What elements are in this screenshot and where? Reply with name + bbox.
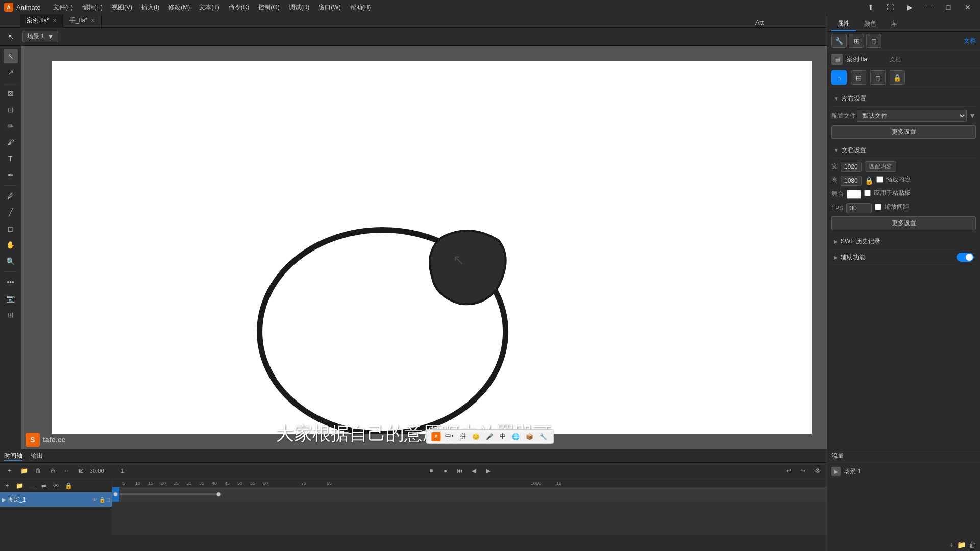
prop-icon-lock[interactable]: 🔒	[890, 70, 905, 85]
doc-more-btn[interactable]: 更多设置	[831, 216, 976, 230]
close-button[interactable]: ✕	[960, 3, 976, 12]
ime-chinese-btn[interactable]: 中•	[444, 432, 455, 441]
fullscreen-button[interactable]: ⛶	[882, 3, 898, 12]
tl-shape-tween[interactable]: ⊠	[76, 465, 87, 477]
layer-outline-icon[interactable]: □	[107, 497, 110, 503]
prop-icon-info[interactable]: ⊡	[866, 34, 881, 48]
publish-section-header[interactable]: ▼ 发布设置	[831, 91, 976, 107]
free-transform-tool[interactable]: ⊠	[4, 86, 18, 101]
menu-view[interactable]: 视图(V)	[108, 2, 136, 13]
camera-tool[interactable]: 📷	[4, 291, 18, 306]
menu-help[interactable]: 帮助(H)	[346, 2, 375, 13]
tl-record[interactable]: ●	[440, 465, 451, 477]
play-button[interactable]: ▶	[901, 3, 918, 12]
tl-delete-layer[interactable]: 🗑	[33, 465, 44, 477]
tl-stop[interactable]: ■	[426, 465, 437, 477]
prop-icon-align[interactable]: ⊞	[849, 34, 864, 48]
doc-width-value[interactable]: 1920	[841, 162, 862, 172]
tl-layer-props[interactable]: ⚙	[47, 465, 58, 477]
hand-tool[interactable]: ✋	[4, 238, 18, 252]
more-tools[interactable]: •••	[4, 275, 18, 289]
scene-selector[interactable]: 场景 1 ▼	[22, 31, 58, 42]
menu-file[interactable]: 文件(F)	[49, 2, 77, 13]
eraser-tool[interactable]: ◻	[4, 221, 18, 236]
frame-track[interactable]	[112, 487, 827, 502]
asset-tool[interactable]: ⊞	[4, 308, 18, 322]
prop-icon-transform[interactable]: ⊞	[851, 70, 866, 85]
line-tool[interactable]: ╱	[4, 205, 18, 219]
ime-settings-btn[interactable]: 🔧	[538, 433, 549, 441]
layer-row-1[interactable]: ▶ 图层_1 👁 🔒 □	[0, 492, 112, 507]
zoom-tool[interactable]: 🔍	[4, 254, 18, 268]
menu-modify[interactable]: 修改(M)	[164, 2, 194, 13]
output-tab[interactable]: 输出	[31, 452, 43, 460]
rpanel-tab-library[interactable]: 库	[885, 17, 903, 31]
layer-delete-btn[interactable]: —	[27, 481, 37, 491]
assist-header[interactable]: ▶ 辅助功能	[831, 249, 976, 265]
rpanel-tab-color[interactable]: 颜色	[858, 17, 883, 31]
layer-lock-icon[interactable]: 🔒	[99, 497, 105, 503]
publish-config-chevron[interactable]: ▼	[969, 112, 976, 120]
menu-window[interactable]: 窗口(W)	[314, 2, 345, 13]
layer-add-btn[interactable]: +	[2, 481, 12, 491]
tab-case-fla[interactable]: 案例.fla* ✕	[20, 14, 63, 28]
tl-add-layer[interactable]: +	[4, 465, 15, 477]
tab-hand-fla-close[interactable]: ✕	[91, 18, 95, 23]
ime-globe-btn[interactable]: 🌐	[510, 433, 521, 441]
pencil-tool[interactable]: ✏	[4, 119, 18, 133]
ime-emoji-btn[interactable]: 😊	[471, 433, 481, 441]
minimize-button[interactable]: —	[921, 3, 937, 12]
scale-range-checkbox[interactable]	[875, 204, 881, 210]
tl-undo[interactable]: ↩	[783, 465, 794, 477]
aspect-lock-icon[interactable]: 🔒	[865, 177, 873, 185]
menu-text[interactable]: 文本(T)	[195, 2, 223, 13]
prop-icon-home[interactable]: ⌂	[831, 70, 847, 85]
tab-case-fla-close[interactable]: ✕	[53, 18, 57, 23]
scale-content-checkbox[interactable]	[876, 176, 883, 183]
ime-voice-btn[interactable]: 🎤	[484, 433, 495, 441]
doc-section-header[interactable]: ▼ 文档设置	[831, 143, 976, 158]
keyframe-end[interactable]	[216, 492, 221, 497]
subselect-tool[interactable]: ↗	[4, 65, 18, 80]
assist-toggle[interactable]	[957, 253, 974, 262]
ime-translate-btn[interactable]: 中	[498, 432, 507, 441]
tl-redo[interactable]: ↪	[797, 465, 808, 477]
tl-motion-tween[interactable]: ↔	[61, 465, 72, 477]
publish-config-select[interactable]: 默认文件	[857, 110, 967, 122]
match-content-btn[interactable]: 匹配内容	[865, 161, 896, 172]
layer-folder-btn[interactable]: 📁	[14, 481, 24, 491]
paint-tool[interactable]: 🖊	[4, 189, 18, 203]
ime-pinyin-btn[interactable]: 拼	[458, 432, 468, 441]
keyframe-1[interactable]	[113, 492, 118, 497]
menu-insert[interactable]: 插入(I)	[137, 2, 163, 13]
layer-lock-btn[interactable]: 🔒	[63, 481, 74, 491]
brush-tool[interactable]: 🖌	[4, 135, 18, 149]
tl-settings[interactable]: ⚙	[812, 465, 823, 477]
tool-arrow[interactable]: ↖	[4, 30, 18, 44]
maximize-button[interactable]: □	[940, 3, 957, 12]
tab-hand-fla[interactable]: 手_fla* ✕	[63, 14, 102, 28]
publish-more-btn[interactable]: 更多设置	[831, 125, 976, 139]
paste-checkbox[interactable]	[864, 190, 871, 196]
transform-tool[interactable]: ⊡	[4, 103, 18, 117]
ink-tool[interactable]: ✒	[4, 168, 18, 182]
timeline-tab[interactable]: 时间轴	[4, 452, 22, 461]
doc-height-value[interactable]: 1080	[841, 176, 862, 186]
layer-eye-icon[interactable]: 👁	[92, 497, 97, 503]
share-button[interactable]: ⬆	[863, 3, 879, 12]
layer-eye-btn[interactable]: 👁	[51, 481, 61, 491]
menu-debug[interactable]: 调试(D)	[285, 2, 314, 13]
swf-history-header[interactable]: ▶ SWF 历史记录	[831, 234, 976, 249]
stage-color-picker[interactable]	[847, 190, 861, 199]
menu-control[interactable]: 控制(O)	[254, 2, 283, 13]
text-tool[interactable]: T	[4, 152, 18, 166]
menu-edit[interactable]: 编辑(E)	[78, 2, 107, 13]
menu-command[interactable]: 命令(C)	[225, 2, 254, 13]
tl-folder-layer[interactable]: 📁	[18, 465, 30, 477]
rpanel-tab-doc[interactable]: 文档	[964, 37, 976, 45]
rpanel-tab-properties[interactable]: 属性	[831, 17, 856, 31]
tl-play[interactable]: ▶	[483, 465, 494, 477]
tl-step-back[interactable]: ◀	[469, 465, 480, 477]
stream-item-1[interactable]: ▶ 场景 1	[831, 465, 976, 478]
tl-rewind[interactable]: ⏮	[454, 465, 465, 477]
